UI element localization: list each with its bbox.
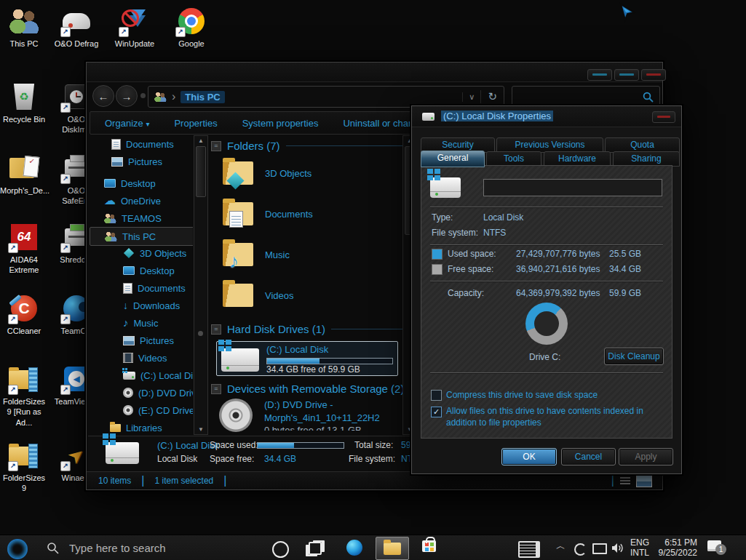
splitter-grip[interactable] [198, 331, 203, 336]
desktop-icon-foldersizes[interactable]: ↗ FolderSizes 9 [0, 440, 48, 494]
index-checkbox[interactable]: ✓ [431, 407, 442, 417]
scroll-up-icon[interactable]: ▲ [194, 137, 207, 144]
clock[interactable]: 6:51 PM 9/25/2022 [654, 537, 697, 559]
address-bar[interactable]: › This PC ∨ ↻ [148, 86, 504, 108]
sidebar-item-documents-pinned[interactable]: Documents✦ [90, 135, 193, 153]
desktop-icon-this-pc[interactable]: This PC [0, 6, 48, 49]
sidebar-item-downloads[interactable]: ↓Downloads [90, 297, 193, 314]
desktop-icon-ccleaner[interactable]: C↗ CCleaner [0, 293, 48, 336]
forward-button[interactable]: → [116, 85, 138, 107]
scroll-down-icon[interactable]: ▼ [194, 426, 207, 433]
tab-general[interactable]: General [421, 151, 485, 167]
sidebar-item-cd-drive[interactable]: (E:) CD Drive [90, 401, 193, 419]
file-explorer-taskbar-button[interactable] [376, 537, 409, 560]
sidebar-item-music[interactable]: ♪Music [90, 314, 193, 332]
sidebar-item-this-pc[interactable]: This PC [90, 227, 193, 246]
address-dropdown-icon[interactable]: ∨ [462, 92, 480, 102]
window-maximize-button[interactable] [614, 69, 639, 81]
window-close-button[interactable] [641, 69, 666, 81]
folder-icon [223, 284, 253, 307]
sidebar-item-c-drive[interactable]: (C:) Local Disk [90, 367, 193, 384]
ok-button[interactable]: OK [501, 448, 557, 465]
index-checkbox-label[interactable]: Allow files on this drive to have conten… [446, 406, 664, 428]
tab-sharing[interactable]: Sharing [613, 151, 680, 167]
apply-button[interactable]: Apply [619, 448, 673, 465]
window-titlebar[interactable] [87, 63, 662, 82]
sidebar-item-pictures[interactable]: Pictures [90, 332, 193, 349]
dialog-close-button[interactable] [652, 111, 675, 123]
organize-menu[interactable]: Organize ▾ [105, 118, 149, 129]
news-widgets-button[interactable] [518, 541, 540, 558]
folder-item-documents[interactable]: Documents [223, 202, 313, 225]
compress-checkbox-label[interactable]: Compress this drive to save disk space [446, 390, 598, 401]
cancel-button[interactable]: Cancel [561, 448, 616, 465]
task-view-button[interactable] [309, 542, 322, 555]
scrollbar-thumb[interactable] [196, 146, 206, 197]
tab-hardware[interactable]: Hardware [544, 151, 611, 167]
language-indicator[interactable]: ENG INTL [630, 537, 649, 559]
collapse-icon[interactable]: = [211, 384, 221, 394]
start-button[interactable] [7, 539, 28, 559]
sidebar-item-desktop-child[interactable]: Desktop [90, 262, 193, 279]
shortcut-arrow-icon: ↗ [60, 174, 71, 184]
desktop-icon-foldersizes-admin[interactable]: ↗ FolderSizes 9 [Run as Ad... [0, 364, 48, 428]
sidebar-item-documents[interactable]: Documents [90, 279, 193, 297]
recent-locations-button[interactable] [140, 93, 146, 98]
back-button[interactable]: ← [92, 85, 114, 107]
collapse-icon[interactable]: = [211, 141, 221, 151]
search-box[interactable] [512, 86, 660, 108]
space-free-label: Space free: [210, 454, 254, 464]
sidebar-item-teamos[interactable]: TEAMOS [90, 209, 193, 227]
recycle-bin-icon: ♻ [7, 81, 41, 112]
sidebar-item-desktop[interactable]: Desktop [90, 175, 193, 192]
volume-label-input[interactable] [483, 179, 662, 196]
folder-icon [223, 202, 253, 225]
tab-previous-versions[interactable]: Previous Versions [496, 137, 603, 153]
store-button[interactable] [422, 540, 436, 552]
breadcrumb[interactable]: This PC [180, 91, 224, 103]
sidebar-item-3d-objects[interactable]: 3D Objects [90, 244, 193, 262]
desktop-icon-morphs[interactable]: ✓ Morph's_De... [0, 153, 48, 196]
window-minimize-button[interactable] [587, 69, 612, 81]
tab-tools[interactable]: Tools [486, 151, 541, 167]
total-size-label: Total size: [354, 440, 393, 450]
folder-item-music[interactable]: ♪ Music [223, 243, 290, 266]
edge-button[interactable] [346, 540, 362, 556]
desktop-icon-google[interactable]: ↗ Google [167, 6, 215, 49]
drive-item-c[interactable]: (C:) Local Disk 34.4 GB free of 59.9 GB [216, 341, 398, 376]
disk-cleanup-button[interactable]: Disk Cleanup [604, 348, 664, 365]
desktop-icon-recycle-bin[interactable]: ♻ Recycle Bin [0, 81, 48, 124]
notification-center-button[interactable]: 1 [707, 540, 721, 551]
sidebar-item-pictures-pinned[interactable]: Pictures✦ [90, 153, 193, 170]
network-icon[interactable] [592, 543, 607, 554]
filesystem-value: NTFS [483, 228, 506, 238]
drive-free-text: 34.4 GB free of 59.9 GB [266, 364, 360, 375]
drive-item-dvd[interactable]: (D:) DVD Drive - Morph's_4in1_10+11_22H2… [219, 399, 380, 432]
dialog-titlebar[interactable]: (C:) Local Disk Properties [412, 106, 681, 127]
tab-quota[interactable]: Quota [605, 137, 680, 153]
sidebar-item-videos[interactable]: Videos [90, 349, 193, 367]
capacity-bytes: 64,369,979,392 bytes [516, 288, 600, 298]
desktop-icon-aida64[interactable]: 64↗ AIDA64 Extreme [0, 222, 48, 276]
properties-dialog: (C:) Local Disk Properties Security Prev… [411, 105, 682, 474]
system-properties-button[interactable]: System properties [242, 118, 319, 129]
thumbnail-view-button[interactable] [636, 475, 652, 487]
properties-button[interactable]: Properties [174, 118, 217, 129]
update-tray-icon[interactable] [574, 543, 587, 556]
folder-item-videos[interactable]: Videos [223, 284, 294, 307]
list-view-button[interactable] [620, 477, 630, 484]
desktop-icon-winupdate[interactable]: ↗ WinUpdate [111, 6, 159, 49]
sidebar-scrollbar[interactable]: ▲ ▼ [194, 135, 208, 435]
sidebar-item-onedrive[interactable]: ☁OneDrive [90, 192, 193, 209]
refresh-icon[interactable]: ↻ [480, 90, 504, 103]
cortana-button[interactable] [272, 541, 289, 558]
volume-icon[interactable] [611, 543, 624, 553]
sidebar-item-dvd-drive[interactable]: (D:) DVD Drive - [90, 384, 193, 401]
collapse-icon[interactable]: = [211, 324, 221, 335]
desktop-icon-oo-defrag[interactable]: ↗ O&O Defrag [52, 6, 100, 49]
compress-checkbox[interactable] [431, 390, 442, 401]
sidebar-item-libraries[interactable]: Libraries [90, 419, 193, 433]
folder-item-3d-objects[interactable]: 3D Objects [223, 161, 312, 185]
tray-chevron-icon[interactable]: ︿ [556, 540, 566, 553]
taskbar-search[interactable]: Type here to search [36, 535, 269, 560]
